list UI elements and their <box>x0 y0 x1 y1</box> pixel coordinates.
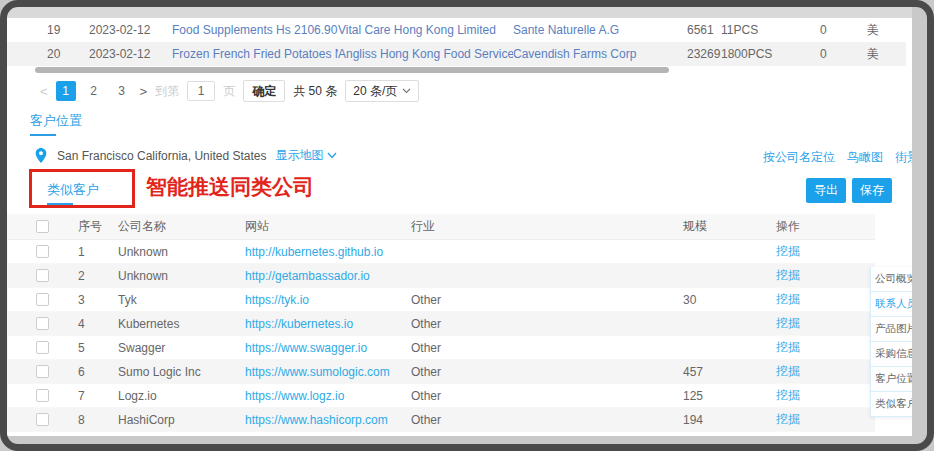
nav-item[interactable]: 公司概览 <box>870 267 912 292</box>
table-row[interactable]: 2 Unknown http://getambassador.io 挖掘 <box>8 264 875 288</box>
row-checkbox[interactable] <box>36 413 49 426</box>
company-name: Swagger <box>118 341 245 355</box>
similar-customers-title[interactable]: 类似客户 <box>47 181 99 205</box>
shipment-date: 2023-02-12 <box>89 47 172 61</box>
row-checkbox[interactable] <box>36 317 49 330</box>
row-checkbox[interactable] <box>36 389 49 402</box>
nav-item[interactable]: 类似客户 <box>870 392 912 417</box>
row-checkbox[interactable] <box>36 341 49 354</box>
title-underline <box>30 134 56 136</box>
pagination-bar: < 123 > 到第 页 确定 共 50 条 20 条/页 <box>40 80 419 102</box>
nav-item[interactable]: 联系人员 <box>870 292 912 317</box>
similar-customers-table: 序号 公司名称 网站 行业 规模 操作 1 Unknown http://kub… <box>7 214 875 432</box>
website-link[interactable]: https://tyk.io <box>245 293 411 307</box>
prev-page-arrow[interactable]: < <box>40 84 48 99</box>
website-link[interactable]: https://kubernetes.io <box>245 317 411 331</box>
confirm-page-button[interactable]: 确定 <box>243 80 285 102</box>
customer-location-title-text: 客户位置 <box>30 113 82 128</box>
table-row[interactable]: 7 Logz.io https://www.logz.io Other 125 … <box>8 384 875 408</box>
website-link[interactable]: https://www.sumologic.com <box>245 365 411 379</box>
row-number: 19 <box>47 23 89 37</box>
table-row[interactable]: 19 2023-02-12 Food Supplements Hs 2106.9… <box>7 18 906 42</box>
action-buttons: 导出 保存 <box>806 178 892 203</box>
shipper-link[interactable]: Cavendish Farms Corp <box>513 47 687 61</box>
mine-action-link[interactable]: 挖掘 <box>776 243 875 260</box>
country-value: 美 <box>867 46 906 63</box>
page-number-button[interactable]: 1 <box>56 81 76 101</box>
nav-item[interactable]: 产品图片 <box>870 317 912 342</box>
table-row[interactable]: 8 HashiCorp https://www.hashicorp.com Ot… <box>8 408 875 432</box>
row-number: 5 <box>78 341 118 355</box>
row-checkbox[interactable] <box>36 245 49 258</box>
row-checkbox[interactable] <box>36 365 49 378</box>
col-header-action: 操作 <box>776 218 875 235</box>
industry-value: Other <box>411 293 683 307</box>
nav-item[interactable]: 客户位置 <box>870 367 912 392</box>
similar-customers-title-text: 类似客户 <box>47 182 99 197</box>
page-number-button[interactable]: 3 <box>112 81 132 101</box>
table-body: 1 Unknown http://kubernetes.github.io 挖掘… <box>8 240 875 432</box>
zero-value: 0 <box>820 23 867 37</box>
mine-action-link[interactable]: 挖掘 <box>776 411 875 428</box>
locate-by-company-link[interactable]: 按公司名定位 <box>763 149 835 166</box>
save-button[interactable]: 保存 <box>852 178 892 203</box>
website-link[interactable]: http://getambassador.io <box>245 269 411 283</box>
table-row[interactable]: 5 Swagger https://www.swagger.io Other 挖… <box>8 336 875 360</box>
table-row[interactable]: 6 Sumo Logic Inc https://www.sumologic.c… <box>8 360 875 384</box>
table-row[interactable]: 3 Tyk https://tyk.io Other 30 挖掘 <box>8 288 875 312</box>
row-number: 7 <box>78 389 118 403</box>
page-size-select[interactable]: 20 条/页 <box>345 80 419 102</box>
mine-action-link[interactable]: 挖掘 <box>776 387 875 404</box>
row-number: 20 <box>47 47 89 61</box>
export-button[interactable]: 导出 <box>806 178 846 203</box>
select-all-checkbox[interactable] <box>36 220 49 233</box>
mine-action-link[interactable]: 挖掘 <box>776 363 875 380</box>
mine-action-link[interactable]: 挖掘 <box>776 339 875 356</box>
website-link[interactable]: https://www.swagger.io <box>245 341 411 355</box>
next-page-arrow[interactable]: > <box>140 84 148 99</box>
street-view-link[interactable]: 街景 <box>895 149 912 166</box>
mine-action-link[interactable]: 挖掘 <box>776 291 875 308</box>
product-link[interactable]: Frozen French Fried Potatoes Net ... <box>172 47 338 61</box>
row-number: 4 <box>78 317 118 331</box>
mine-action-link[interactable]: 挖掘 <box>776 315 875 332</box>
page-content: 19 2023-02-12 Food Supplements Hs 2106.9… <box>7 7 912 436</box>
customer-location-title[interactable]: 客户位置 <box>30 112 82 136</box>
website-link[interactable]: http://kubernetes.github.io <box>245 245 411 259</box>
chevron-down-icon <box>402 88 411 94</box>
country-value: 美 <box>867 22 906 39</box>
table-row[interactable]: 20 2023-02-12 Frozen French Fried Potato… <box>7 42 906 66</box>
shipper-link[interactable]: Sante Naturelle A.G <box>513 23 687 37</box>
website-link[interactable]: https://www.hashicorp.com <box>245 413 411 427</box>
goto-page-input[interactable] <box>187 81 215 101</box>
company-name: Logz.io <box>118 389 245 403</box>
show-map-link[interactable]: 显示地图 <box>275 147 337 164</box>
col-header-industry: 行业 <box>411 218 683 235</box>
horizontal-scrollbar-thumb[interactable] <box>35 67 669 73</box>
company-name: Kubernetes <box>118 317 245 331</box>
nav-item[interactable]: 采购信息 <box>870 342 912 367</box>
red-annotation-text: 智能推送同类公司 <box>146 173 314 201</box>
consignee-link[interactable]: Angliss Hong Kong Food Service Ltd <box>338 47 513 61</box>
map-view-links: 按公司名定位 鸟瞰图 街景 <box>763 149 912 166</box>
goto-page-label: 到第 <box>155 83 179 100</box>
row-checkbox[interactable] <box>36 269 49 282</box>
scale-value: 30 <box>683 293 776 307</box>
mine-action-link[interactable]: 挖掘 <box>776 267 875 284</box>
company-name: Sumo Logic Inc <box>118 365 245 379</box>
table-row[interactable]: 1 Unknown http://kubernetes.github.io 挖掘 <box>8 240 875 264</box>
total-count-label: 共 50 条 <box>293 83 337 100</box>
website-link[interactable]: https://www.logz.io <box>245 389 411 403</box>
consignee-link[interactable]: Vital Care Hong Kong Limited <box>338 23 513 37</box>
company-name: Unknown <box>118 245 245 259</box>
birdseye-view-link[interactable]: 鸟瞰图 <box>847 149 883 166</box>
quantity-value: 1800PCS <box>721 47 820 61</box>
product-link[interactable]: Food Supplements Hs 2106.90 Cers... <box>172 23 338 37</box>
row-checkbox[interactable] <box>36 293 49 306</box>
industry-value: Other <box>411 365 683 379</box>
shipment-date: 2023-02-12 <box>89 23 172 37</box>
table-row[interactable]: 4 Kubernetes https://kubernetes.io Other… <box>8 312 875 336</box>
page-number-button[interactable]: 2 <box>84 81 104 101</box>
company-name: Unknown <box>118 269 245 283</box>
row-number: 6 <box>78 365 118 379</box>
